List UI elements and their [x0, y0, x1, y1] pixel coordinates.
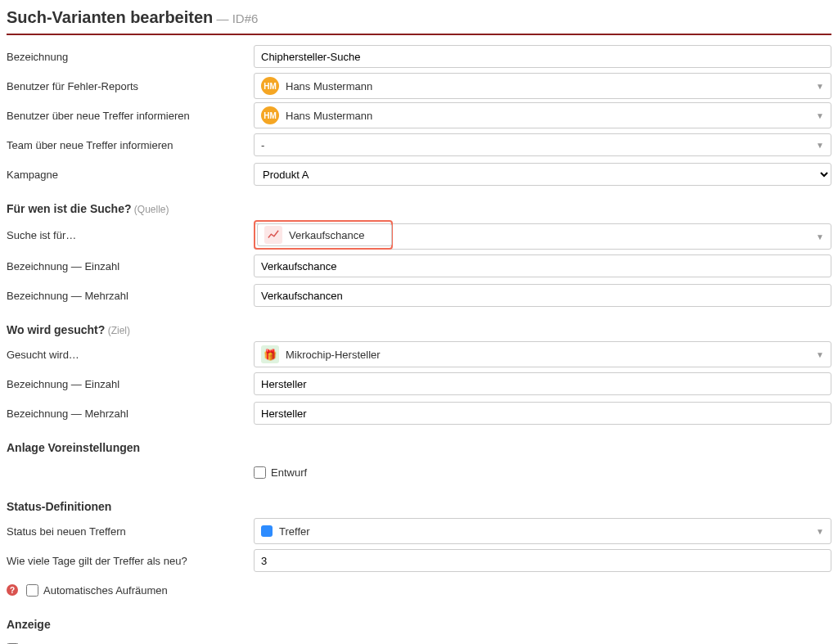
gift-icon: 🎁 — [261, 345, 279, 363]
label-ziel-einzahl: Bezeichnung — Einzahl — [7, 378, 254, 390]
input-quelle-mehrzahl[interactable] — [254, 284, 831, 307]
section-header-anzeige: Anzeige — [7, 606, 831, 636]
label-status: Status bei neuen Treffern — [7, 525, 254, 538]
label-quelle-einzahl: Bezeichnung — Einzahl — [7, 260, 254, 272]
select-gesucht[interactable]: 🎁 Mikrochip-Hersteller ▼ — [254, 341, 831, 367]
label-entwurf: Entwurf — [271, 466, 307, 479]
chevron-down-icon: ▼ — [816, 141, 824, 150]
label-benutzer-fehler: Benutzer für Fehler-Reports — [7, 80, 254, 92]
help-icon[interactable]: ? — [7, 584, 18, 596]
section-header-ziel: Wo wird gesucht? (Ziel) — [7, 312, 831, 341]
input-quelle-einzahl[interactable] — [254, 254, 831, 277]
chevron-down-icon: ▼ — [816, 232, 824, 241]
section-header-status: Status-Definitionen — [7, 489, 831, 518]
chart-line-icon — [264, 226, 282, 244]
select-value: - — [261, 139, 264, 151]
avatar: HM — [261, 77, 279, 95]
checkbox-entwurf[interactable] — [254, 466, 266, 479]
section-header-quelle: Für wen ist die Suche? (Quelle) — [7, 191, 831, 220]
page-title: Such-Varianten bearbeiten — ID#6 — [7, 5, 831, 34]
select-value: Mikrochip-Hersteller — [286, 349, 381, 361]
label-suche-fuer: Suche ist für… — [7, 229, 254, 241]
checkbox-auto-aufraeumen[interactable] — [26, 584, 38, 597]
label-quelle-mehrzahl: Bezeichnung — Mehrzahl — [7, 290, 254, 302]
input-tage[interactable] — [254, 549, 831, 572]
label-gesucht: Gesucht wird… — [7, 349, 254, 361]
label-auto-aufraeumen: Automatisches Aufräumen — [43, 584, 168, 597]
select-value: Treffer — [279, 525, 310, 538]
select-benutzer-treffer[interactable]: HM Hans Mustermann ▼ — [254, 102, 831, 128]
title-text: Such-Varianten bearbeiten — [7, 8, 213, 26]
chevron-down-icon: ▼ — [816, 111, 824, 120]
title-underline — [7, 34, 831, 35]
highlight-box: Verkaufschance — [254, 220, 393, 250]
select-team-treffer[interactable]: - ▼ — [254, 133, 831, 156]
chevron-down-icon: ▼ — [816, 350, 824, 359]
label-ziel-mehrzahl: Bezeichnung — Mehrzahl — [7, 408, 254, 420]
chevron-down-icon: ▼ — [816, 82, 824, 91]
select-value: Hans Mustermann — [286, 110, 372, 122]
title-id-suffix: — ID#6 — [213, 11, 258, 25]
input-bezeichnung[interactable] — [254, 45, 831, 68]
chevron-down-icon: ▼ — [816, 527, 824, 536]
select-kampagne[interactable]: Produkt A — [254, 163, 831, 186]
select-benutzer-fehler[interactable]: HM Hans Mustermann ▼ — [254, 73, 831, 99]
select-suche-fuer-icon-part[interactable]: Verkaufschance — [257, 223, 392, 246]
input-ziel-mehrzahl[interactable] — [254, 402, 831, 425]
label-kampagne: Kampagne — [7, 169, 254, 181]
select-status[interactable]: Treffer ▼ — [254, 518, 831, 544]
label-tage: Wie viele Tage gilt der Treffer als neu? — [7, 555, 254, 567]
select-value: Hans Mustermann — [286, 80, 372, 92]
status-color-icon — [261, 525, 273, 537]
select-value: Verkaufschance — [289, 229, 365, 241]
label-benutzer-treffer: Benutzer über neue Treffer informieren — [7, 110, 254, 122]
avatar: HM — [261, 106, 279, 124]
label-bezeichnung: Bezeichnung — [7, 51, 254, 63]
label-team-treffer: Team über neue Treffer informieren — [7, 139, 254, 151]
section-header-anlage: Anlage Voreinstellungen — [7, 430, 831, 459]
input-ziel-einzahl[interactable] — [254, 372, 831, 395]
